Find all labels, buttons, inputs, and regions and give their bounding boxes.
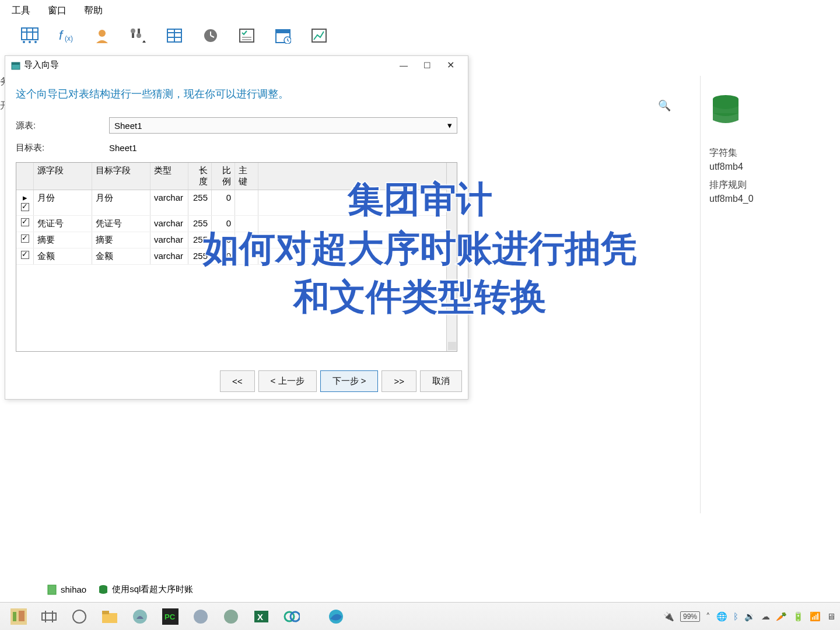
import-wizard-dialog: 导入向导 — ☐ ✕ 这个向导已对表结构进行一些猜测，现在你可以进行调整。 源表… <box>5 55 468 400</box>
battery-icon[interactable]: 🔋 <box>793 611 804 622</box>
dialog-buttons: << < 上一步 下一步 > >> 取消 <box>5 363 468 399</box>
header-source: 源字段 <box>34 163 92 190</box>
cancel-button[interactable]: 取消 <box>420 370 462 392</box>
source-table-dropdown[interactable]: Sheet1 ▾ <box>109 117 457 134</box>
svg-point-49 <box>290 612 300 621</box>
wizard-icon <box>11 61 20 70</box>
svg-rect-30 <box>48 585 56 594</box>
first-button[interactable]: << <box>220 370 255 392</box>
toolbar: f(x) <box>0 22 840 50</box>
svg-point-12 <box>131 29 135 33</box>
svg-rect-28 <box>12 62 20 65</box>
row-checkbox[interactable] <box>21 203 29 211</box>
menu-help[interactable]: 帮助 <box>84 5 103 17</box>
field-grid: 源字段 目标字段 类型 长度 比例 主键 ▸ 月份 月份 varchar 255… <box>16 162 457 352</box>
prev-button[interactable]: < 上一步 <box>258 370 317 392</box>
taskbar-explorer[interactable] <box>96 605 124 628</box>
taskbar-app[interactable] <box>187 605 215 628</box>
sql-file-icon <box>47 584 57 595</box>
menu-tools[interactable]: 工具 <box>12 5 30 17</box>
chart-icon[interactable] <box>310 26 328 45</box>
carrot-icon[interactable]: 🥕 <box>776 611 787 622</box>
svg-text:PC: PC <box>164 612 176 621</box>
charset-value: utf8mb4 <box>709 162 831 172</box>
dialog-body: 源表: Sheet1 ▾ 目标表: Sheet1 源字段 目标字段 类型 长度 … <box>5 111 468 363</box>
header-length: 长度 <box>188 163 212 190</box>
taskbar-pycharm[interactable]: PC <box>156 605 184 628</box>
svg-rect-24 <box>276 30 290 33</box>
doc-item[interactable]: shihao <box>47 584 86 595</box>
close-button[interactable]: ✕ <box>439 60 462 71</box>
power-icon[interactable]: 🔌 <box>663 611 674 622</box>
taskbar: PC X 🔌 99% ˄ 🌐 ᛒ 🔉 ☁ 🥕 🔋 📶 🖥 <box>0 602 840 630</box>
svg-text:X: X <box>257 612 263 622</box>
target-table-value: Sheet1 <box>109 141 457 155</box>
last-button[interactable]: >> <box>382 370 416 392</box>
bottom-documents: shihao 使用sql看超大序时账 <box>47 584 193 595</box>
svg-text:f: f <box>59 28 64 43</box>
target-table-label: 目标表: <box>16 142 109 153</box>
svg-rect-33 <box>13 612 16 621</box>
settings-icon[interactable] <box>129 26 148 45</box>
dialog-subtitle: 这个向导已对表结构进行一些猜测，现在你可以进行调整。 <box>5 74 468 111</box>
taskbar-app[interactable] <box>278 605 306 628</box>
taskbar-app[interactable] <box>217 605 245 628</box>
menu-window[interactable]: 窗口 <box>48 5 66 17</box>
row-checkbox[interactable] <box>21 251 29 259</box>
grid-header: 源字段 目标字段 类型 长度 比例 主键 <box>16 163 446 190</box>
svg-marker-14 <box>142 40 146 43</box>
taskbar-excel[interactable]: X <box>247 605 275 628</box>
search-icon[interactable]: 🔍 <box>658 99 671 112</box>
cloud-icon[interactable]: ☁ <box>761 611 770 622</box>
collation-label: 排序规则 <box>709 179 831 191</box>
bluetooth-icon[interactable]: ᛒ <box>733 611 738 621</box>
volume-icon[interactable]: 🔉 <box>744 611 755 622</box>
taskbar-app[interactable] <box>35 605 63 628</box>
minimize-button[interactable]: — <box>392 61 415 70</box>
taskbar-app[interactable] <box>126 605 154 628</box>
header-scale: 比例 <box>212 163 235 190</box>
menubar: 工具 窗口 帮助 <box>0 0 840 22</box>
monitor-icon[interactable]: 🖥 <box>827 611 835 621</box>
maximize-button[interactable]: ☐ <box>415 61 439 70</box>
svg-point-9 <box>99 30 106 37</box>
grid-row[interactable]: 凭证号 凭证号 varchar 255 0 <box>16 216 446 232</box>
system-tray: 🔌 99% ˄ 🌐 ᛒ 🔉 ☁ 🥕 🔋 📶 🖥 <box>663 611 835 622</box>
charset-label: 字符集 <box>709 147 831 159</box>
svg-point-45 <box>224 610 238 624</box>
wifi-icon[interactable]: 📶 <box>810 611 821 622</box>
doc-item[interactable]: 使用sql看超大序时账 <box>98 584 193 595</box>
globe-icon[interactable]: 🌐 <box>716 611 727 622</box>
collation-value: utf8mb4_0 <box>709 194 831 204</box>
grid-icon[interactable] <box>165 26 184 45</box>
database-icon <box>709 93 742 126</box>
header-target: 目标字段 <box>92 163 150 190</box>
source-table-value: Sheet1 <box>114 121 142 131</box>
svg-text:(x): (x) <box>65 34 73 43</box>
grid-row[interactable]: ▸ 月份 月份 varchar 255 0 <box>16 190 446 216</box>
battery-indicator[interactable]: 99% <box>680 611 700 622</box>
svg-point-4 <box>23 41 25 43</box>
svg-point-44 <box>194 610 208 624</box>
user-icon[interactable] <box>93 26 111 45</box>
next-button[interactable]: 下一步 > <box>320 370 379 392</box>
grid-row[interactable]: 金额 金额 varchar 255 0 <box>16 249 446 265</box>
dialog-titlebar[interactable]: 导入向导 — ☐ ✕ <box>5 56 468 74</box>
taskbar-app[interactable] <box>65 605 93 628</box>
row-checkbox[interactable] <box>21 235 29 243</box>
svg-rect-35 <box>42 613 56 620</box>
table-icon[interactable] <box>20 26 39 45</box>
taskbar-app[interactable] <box>5 605 33 628</box>
right-panel: 字符集 utf8mb4 排序规则 utf8mb4_0 <box>700 76 840 513</box>
taskbar-edge[interactable] <box>322 605 350 628</box>
checklist-icon[interactable] <box>237 26 256 45</box>
calendar-icon[interactable] <box>274 26 292 45</box>
function-icon[interactable]: f(x) <box>57 26 75 45</box>
history-icon[interactable] <box>201 26 220 45</box>
svg-rect-0 <box>22 28 38 40</box>
grid-scrollbar[interactable] <box>446 163 457 351</box>
chevron-up-icon[interactable]: ˄ <box>706 611 710 622</box>
grid-row[interactable]: 摘要 摘要 varchar 255 0 <box>16 232 446 249</box>
svg-point-6 <box>34 41 37 43</box>
row-checkbox[interactable] <box>21 218 29 226</box>
